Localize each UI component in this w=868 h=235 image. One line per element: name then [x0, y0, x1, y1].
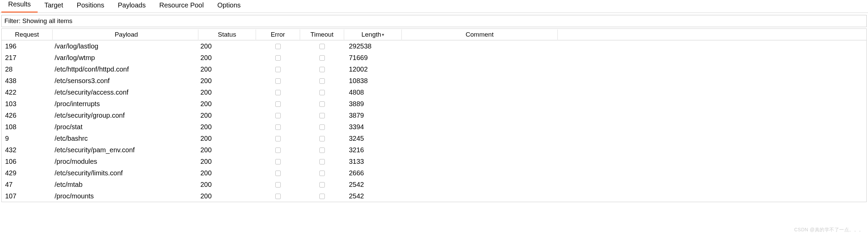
cell-request: 9: [2, 133, 53, 144]
cell-status: 200: [198, 110, 256, 121]
cell-spacer: [558, 137, 866, 140]
cell-timeout: [300, 76, 344, 86]
cell-status: 200: [198, 168, 256, 178]
column-header-comment[interactable]: Comment: [402, 30, 558, 40]
tab-payloads[interactable]: Payloads: [111, 0, 152, 13]
cell-status: 200: [198, 191, 256, 201]
table-row[interactable]: 429/etc/security/limits.conf2002666: [2, 167, 866, 179]
table-row[interactable]: 103/proc/interrupts2003889: [2, 98, 866, 110]
column-header-payload[interactable]: Payload: [53, 30, 198, 40]
tab-options[interactable]: Options: [211, 0, 248, 13]
table-row[interactable]: 106/proc/modules2003133: [2, 156, 866, 167]
checkbox-icon: [319, 124, 325, 130]
cell-status: 200: [198, 76, 256, 86]
cell-comment: [402, 79, 558, 82]
cell-length: 3133: [344, 156, 402, 167]
cell-timeout: [300, 122, 344, 132]
filter-bar[interactable]: Filter: Showing all items: [1, 15, 867, 27]
checkbox-icon: [319, 67, 325, 72]
cell-comment: [402, 160, 558, 163]
results-table: Request Payload Status Error Timeout Len…: [1, 28, 867, 202]
cell-length: 4808: [344, 87, 402, 98]
table-row[interactable]: 217/var/log/wtmp20071669: [2, 52, 866, 63]
column-header-error[interactable]: Error: [256, 30, 300, 40]
table-row[interactable]: 28/etc/httpd/conf/httpd.conf20012002: [2, 63, 866, 75]
cell-timeout: [300, 156, 344, 167]
cell-spacer: [558, 149, 866, 151]
cell-error: [256, 179, 300, 190]
table-row[interactable]: 432/etc/security/pam_env.conf2003216: [2, 144, 866, 156]
cell-timeout: [300, 145, 344, 155]
checkbox-icon: [319, 113, 325, 118]
table-row[interactable]: 47/etc/mtab2002542: [2, 179, 866, 190]
tab-positions[interactable]: Positions: [70, 0, 111, 13]
cell-spacer: [558, 125, 866, 128]
cell-payload: /proc/modules: [53, 156, 198, 167]
cell-payload: /etc/sensors3.conf: [53, 76, 198, 86]
tab-target[interactable]: Target: [38, 0, 70, 13]
cell-status: 200: [198, 87, 256, 98]
cell-payload: /etc/httpd/conf/httpd.conf: [53, 64, 198, 75]
cell-spacer: [558, 114, 866, 117]
cell-spacer: [558, 160, 866, 163]
cell-comment: [402, 149, 558, 151]
checkbox-icon: [275, 182, 281, 188]
cell-request: 103: [2, 99, 53, 109]
table-row[interactable]: 422/etc/security/access.conf2004808: [2, 86, 866, 98]
cell-error: [256, 168, 300, 178]
cell-status: 200: [198, 122, 256, 132]
cell-comment: [402, 114, 558, 117]
cell-comment: [402, 102, 558, 105]
cell-status: 200: [198, 145, 256, 155]
cell-request: 28: [2, 64, 53, 75]
cell-length: 292538: [344, 41, 402, 52]
sort-descending-icon: ▾: [382, 32, 384, 37]
cell-timeout: [300, 191, 344, 201]
table-row[interactable]: 438/etc/sensors3.conf20010838: [2, 75, 866, 86]
cell-payload: /var/log/lastlog: [53, 41, 198, 52]
cell-error: [256, 99, 300, 109]
tab-resource-pool[interactable]: Resource Pool: [153, 0, 211, 13]
cell-request: 422: [2, 87, 53, 98]
cell-request: 426: [2, 110, 53, 121]
checkbox-icon: [275, 101, 281, 107]
column-header-status[interactable]: Status: [198, 30, 256, 40]
cell-timeout: [300, 99, 344, 109]
cell-payload: /etc/mtab: [53, 179, 198, 190]
table-row[interactable]: 9/etc/bashrc2003245: [2, 133, 866, 144]
tab-results[interactable]: Results: [1, 0, 38, 13]
table-row[interactable]: 196/var/log/lastlog200292538: [2, 40, 866, 52]
checkbox-icon: [319, 44, 325, 49]
cell-length: 3879: [344, 110, 402, 121]
cell-payload: /proc/mounts: [53, 191, 198, 201]
cell-payload: /etc/bashrc: [53, 133, 198, 144]
table-row[interactable]: 108/proc/stat2003394: [2, 121, 866, 133]
checkbox-icon: [275, 171, 281, 176]
column-header-length[interactable]: Length ▾: [344, 30, 402, 40]
cell-request: 108: [2, 122, 53, 132]
cell-length: 2666: [344, 168, 402, 178]
checkbox-icon: [319, 136, 325, 141]
cell-spacer: [558, 172, 866, 174]
cell-payload: /etc/security/pam_env.conf: [53, 145, 198, 155]
checkbox-icon: [275, 159, 281, 164]
watermark-text: CSDN @真的学不了一点。。。: [794, 227, 864, 233]
column-header-request[interactable]: Request: [2, 30, 53, 40]
cell-status: 200: [198, 133, 256, 144]
table-row[interactable]: 107/proc/mounts2002542: [2, 190, 866, 202]
cell-request: 217: [2, 53, 53, 63]
column-header-spacer: [558, 33, 866, 36]
table-header-row: Request Payload Status Error Timeout Len…: [2, 29, 866, 40]
checkbox-icon: [275, 67, 281, 72]
cell-timeout: [300, 133, 344, 144]
table-row[interactable]: 426/etc/security/group.conf2003879: [2, 110, 866, 121]
checkbox-icon: [319, 171, 325, 176]
cell-timeout: [300, 179, 344, 190]
checkbox-icon: [275, 55, 281, 61]
checkbox-icon: [319, 90, 325, 95]
cell-comment: [402, 45, 558, 47]
cell-comment: [402, 91, 558, 94]
column-header-timeout[interactable]: Timeout: [300, 30, 344, 40]
cell-timeout: [300, 64, 344, 75]
cell-timeout: [300, 53, 344, 63]
